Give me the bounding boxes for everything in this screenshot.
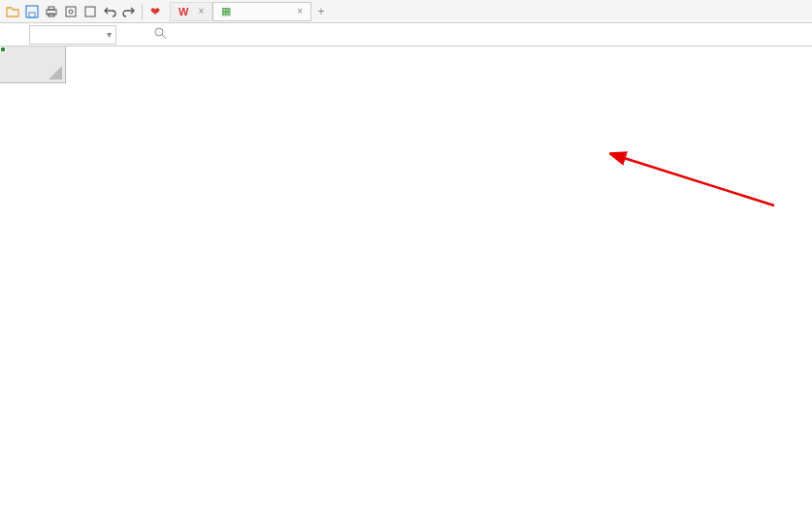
close-icon[interactable]: × <box>198 6 204 16</box>
svg-rect-3 <box>49 7 54 10</box>
svg-rect-7 <box>85 7 95 16</box>
svg-line-9 <box>162 35 166 39</box>
formula-bar <box>0 23 812 47</box>
save-icon[interactable] <box>23 3 41 20</box>
name-box[interactable] <box>29 25 116 45</box>
spreadsheet-icon: ▦ <box>221 5 231 17</box>
toolbar-separator <box>142 4 143 19</box>
tab-my-wps[interactable]: W × <box>170 2 212 21</box>
fill-handle[interactable] <box>0 47 6 52</box>
svg-line-10 <box>621 157 774 205</box>
quick-access-toolbar: ❤ W × ▦ × + <box>0 0 812 23</box>
formula-input[interactable] <box>182 25 812 45</box>
print-icon[interactable] <box>43 3 60 20</box>
print-preview-icon[interactable] <box>62 3 80 20</box>
redo-icon[interactable] <box>120 3 138 20</box>
svg-rect-0 <box>26 6 38 17</box>
undo-icon[interactable] <box>101 3 118 20</box>
search-icon[interactable] <box>153 26 167 43</box>
tab-workbook1[interactable]: ▦ × <box>212 2 311 21</box>
formula-controls <box>153 26 175 43</box>
annotation-arrow <box>609 147 803 225</box>
new-tab-button[interactable]: + <box>311 2 331 21</box>
select-all-corner[interactable] <box>0 47 66 83</box>
dropdown-icon[interactable]: ❤ <box>146 3 164 20</box>
wps-logo-icon: W <box>179 6 188 17</box>
close-icon[interactable]: × <box>297 6 303 16</box>
svg-point-6 <box>69 10 73 14</box>
export-icon[interactable] <box>81 3 99 20</box>
open-icon[interactable] <box>4 3 21 20</box>
svg-rect-1 <box>29 13 35 17</box>
svg-rect-5 <box>66 7 76 16</box>
svg-point-8 <box>155 28 163 36</box>
document-tabs: W × ▦ × + <box>170 2 331 21</box>
